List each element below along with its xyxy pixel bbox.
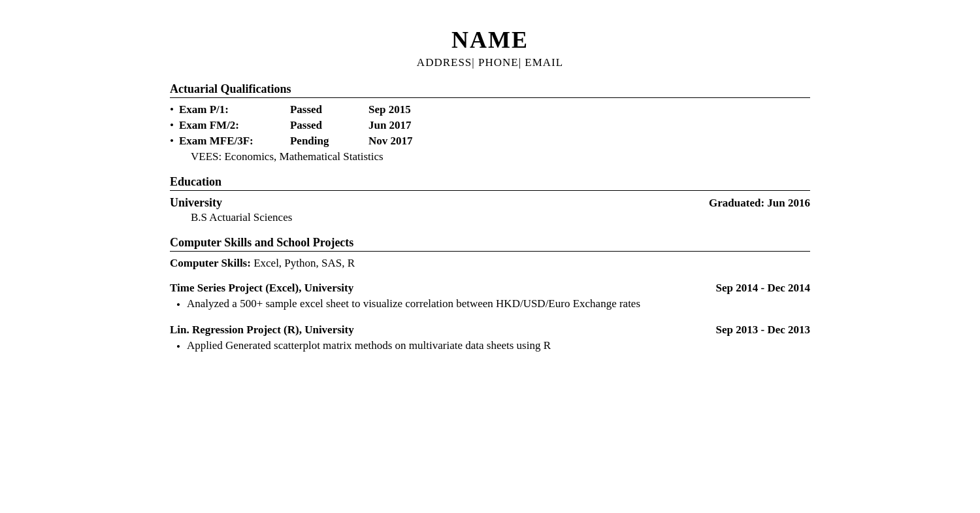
education-title: Education	[170, 175, 810, 189]
vees-row: VEES: Economics, Mathematical Statistics	[191, 150, 810, 163]
bullet-1: •	[170, 103, 174, 116]
project-1-title: Time Series Project (Excel), University	[170, 282, 353, 295]
bullet-3: •	[170, 135, 174, 148]
actuarial-section: Actuarial Qualifications • Exam P/1: Pas…	[170, 82, 810, 163]
project-1-header: Time Series Project (Excel), University …	[170, 282, 810, 295]
exam-row-2: • Exam FM/2: Passed Jun 2017	[170, 119, 810, 132]
skills-label: Computer Skills:	[170, 257, 251, 269]
skills-section: Computer Skills and School Projects Comp…	[170, 236, 810, 270]
education-divider	[170, 190, 810, 191]
exam-date-1: Sep 2015	[368, 103, 411, 116]
exam-name-1: Exam P/1:	[179, 103, 290, 116]
project-1-dot: •	[176, 299, 180, 312]
exam-name-3: Exam MFE/3F:	[179, 135, 290, 148]
degree: B.S Actuarial Sciences	[191, 211, 810, 224]
exam-status-3: Pending	[290, 135, 368, 148]
project-1-text: Analyzed a 500+ sample excel sheet to vi…	[187, 297, 810, 310]
project-1-date: Sep 2014 - Dec 2014	[716, 282, 810, 295]
project-1-section: Time Series Project (Excel), University …	[170, 282, 810, 312]
grad-date: Graduated: Jun 2016	[709, 197, 810, 210]
project-2-title: Lin. Regression Project (R), University	[170, 323, 354, 337]
bullet-2: •	[170, 119, 174, 132]
project-1-bullet-1: • Analyzed a 500+ sample excel sheet to …	[176, 297, 810, 312]
university-name: University	[170, 196, 222, 210]
skills-divider	[170, 251, 810, 252]
actuarial-divider	[170, 97, 810, 98]
contact-info: ADDRESS| PHONE| EMAIL	[170, 56, 810, 69]
project-2-bullet-1: • Applied Generated scatterplot matrix m…	[176, 339, 810, 354]
exam-date-2: Jun 2017	[368, 119, 412, 132]
education-section: Education University Graduated: Jun 2016…	[170, 175, 810, 224]
project-2-dot: •	[176, 340, 180, 354]
actuarial-title: Actuarial Qualifications	[170, 82, 810, 96]
project-2-date: Sep 2013 - Dec 2013	[716, 323, 810, 337]
skills-title: Computer Skills and School Projects	[170, 236, 810, 250]
exam-row-3: • Exam MFE/3F: Pending Nov 2017	[170, 135, 810, 148]
exam-row-1: • Exam P/1: Passed Sep 2015	[170, 103, 810, 116]
exam-status-2: Passed	[290, 119, 368, 132]
exam-date-3: Nov 2017	[368, 135, 413, 148]
edu-row: University Graduated: Jun 2016	[170, 196, 810, 210]
project-2-section: Lin. Regression Project (R), University …	[170, 323, 810, 354]
project-2-text: Applied Generated scatterplot matrix met…	[187, 339, 810, 352]
exam-name-2: Exam FM/2:	[179, 119, 290, 132]
skills-list: Excel, Python, SAS, R	[251, 257, 355, 269]
resume-header: NAME ADDRESS| PHONE| EMAIL	[170, 26, 810, 69]
name-heading: NAME	[170, 26, 810, 54]
exam-status-1: Passed	[290, 103, 368, 116]
skills-row: Computer Skills: Excel, Python, SAS, R	[170, 257, 810, 270]
project-2-header: Lin. Regression Project (R), University …	[170, 323, 810, 337]
resume-container: NAME ADDRESS| PHONE| EMAIL Actuarial Qua…	[131, 0, 849, 391]
